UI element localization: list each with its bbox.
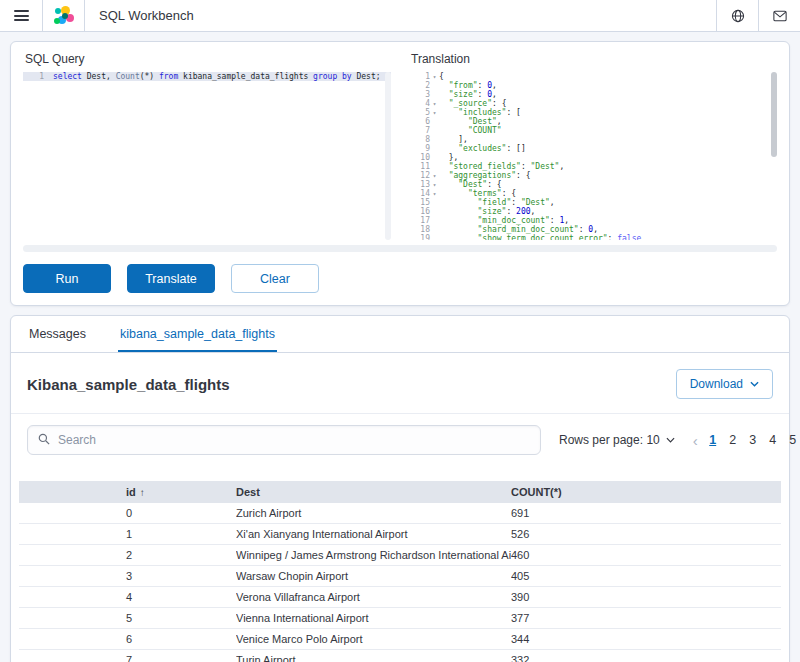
line-number-text: 1 xyxy=(23,72,44,81)
code-line: }, xyxy=(439,153,767,162)
run-button[interactable]: Run xyxy=(23,264,111,293)
table-row[interactable]: 6Venice Marco Polo Airport344 xyxy=(19,629,781,650)
sort-arrow-icon: ↑ xyxy=(140,487,145,498)
fold-arrow-icon[interactable]: ▾ xyxy=(430,189,439,198)
editor-line: 13▾ "Dest": { xyxy=(409,180,767,189)
fold-arrow-icon[interactable]: ▾ xyxy=(430,99,439,108)
logo-icon xyxy=(54,6,74,26)
results-panel: Messages kibana_sample_data_flights Kiba… xyxy=(10,315,790,662)
translation-scrollbar-thumb[interactable] xyxy=(771,72,777,157)
cell-id: 4 xyxy=(19,591,236,603)
column-header-count[interactable]: COUNT(*) xyxy=(511,486,781,498)
table-row[interactable]: 3Warsaw Chopin Airport405 xyxy=(19,566,781,587)
search-field[interactable] xyxy=(27,425,541,455)
code-token: , xyxy=(492,90,497,99)
line-gutter: 1▾ xyxy=(409,72,439,81)
table-row[interactable]: 4Verona Villafranca Airport390 xyxy=(19,587,781,608)
fold-spacer xyxy=(430,135,439,144)
fold-spacer xyxy=(430,162,439,171)
code-token: : { xyxy=(502,189,516,198)
fold-arrow-icon[interactable]: ▾ xyxy=(430,108,439,117)
query-scrollbar-track[interactable] xyxy=(385,72,391,240)
code-token: , xyxy=(559,162,564,171)
page-button[interactable]: 4 xyxy=(764,430,782,450)
code-line: "Dest": { xyxy=(439,180,767,189)
page-button[interactable]: 5 xyxy=(784,430,800,450)
editor-line: 4▾ "_source": { xyxy=(409,99,767,108)
code-token xyxy=(439,126,468,135)
tab-kibana-sample-data-flights[interactable]: kibana_sample_data_flights xyxy=(118,316,277,352)
horizontal-scrollbar-track[interactable] xyxy=(23,245,777,252)
fold-spacer xyxy=(430,81,439,90)
line-number-text: 16 xyxy=(409,207,430,216)
line-number-text: 6 xyxy=(409,117,430,126)
editor-line: 17 "min_doc_count": 1, xyxy=(409,216,767,225)
table-row[interactable]: 2Winnipeg / James Armstrong Richardson I… xyxy=(19,545,781,566)
translate-button[interactable]: Translate xyxy=(127,264,215,293)
column-header-id[interactable]: id↑ xyxy=(19,486,236,498)
code-token: : { xyxy=(492,99,506,108)
search-input[interactable] xyxy=(58,433,530,447)
line-gutter: 13▾ xyxy=(409,180,439,189)
line-number-text: 9 xyxy=(409,144,430,153)
code-token: "Dest" xyxy=(531,162,560,171)
cell-dest: Zurich Airport xyxy=(236,507,511,519)
line-number-text: 18 xyxy=(409,225,430,234)
line-number-text: 10 xyxy=(409,153,430,162)
table-row[interactable]: 5Vienna International Airport377 xyxy=(19,608,781,629)
cell-count: 332 xyxy=(511,654,781,662)
page-button[interactable]: 2 xyxy=(724,430,742,450)
code-token: 200 xyxy=(516,207,530,216)
cell-dest: Winnipeg / James Armstrong Richardson In… xyxy=(236,549,511,561)
line-gutter: 17 xyxy=(409,216,439,225)
translation-section: Translation 1▾{2 "from": 0,3 "size": 0,4… xyxy=(409,50,777,240)
rows-per-page-label: Rows per page: 10 xyxy=(559,433,660,447)
column-header-dest[interactable]: Dest xyxy=(236,486,511,498)
line-gutter: 10 xyxy=(409,153,439,162)
page-button[interactable]: 3 xyxy=(744,430,762,450)
tab-messages[interactable]: Messages xyxy=(27,316,88,352)
table-body: 0Zurich Airport6911Xi'an Xianyang Intern… xyxy=(19,503,781,662)
code-token xyxy=(439,207,478,216)
fold-spacer xyxy=(430,126,439,135)
code-token: , xyxy=(492,81,497,90)
editor-line: 8 ], xyxy=(409,135,767,144)
fold-arrow-icon[interactable]: ▾ xyxy=(430,72,439,81)
download-label: Download xyxy=(690,377,743,391)
code-line: "_source": { xyxy=(439,99,767,108)
code-line: "size": 0, xyxy=(439,90,767,99)
code-token xyxy=(439,108,458,117)
page-button[interactable]: 1 xyxy=(704,430,722,450)
line-gutter: 6 xyxy=(409,117,439,126)
globe-icon xyxy=(731,9,745,23)
fold-spacer xyxy=(430,153,439,162)
cell-dest: Warsaw Chopin Airport xyxy=(236,570,511,582)
menu-button[interactable] xyxy=(0,0,42,31)
sql-active-line[interactable]: 1 select Dest, Count(*) from kibana_samp… xyxy=(23,72,391,81)
query-code[interactable]: select Dest, Count(*) from kibana_sample… xyxy=(53,72,391,81)
fold-arrow-icon[interactable]: ▾ xyxy=(430,171,439,180)
rows-per-page-selector[interactable]: Rows per page: 10 xyxy=(559,433,675,447)
line-gutter: 3 xyxy=(409,90,439,99)
globe-button[interactable] xyxy=(716,0,758,31)
fold-spacer xyxy=(430,117,439,126)
table-row[interactable]: 0Zurich Airport691 xyxy=(19,503,781,524)
feedback-button[interactable] xyxy=(758,0,800,31)
clear-button[interactable]: Clear xyxy=(231,264,319,293)
code-token xyxy=(439,117,468,126)
line-number-text: 17 xyxy=(409,216,430,225)
app-logo[interactable] xyxy=(42,0,84,31)
code-token xyxy=(439,216,478,225)
fold-arrow-icon[interactable]: ▾ xyxy=(430,180,439,189)
previous-page-button[interactable]: ‹ xyxy=(689,432,702,449)
sql-query-editor[interactable]: 1 select Dest, Count(*) from kibana_samp… xyxy=(23,72,391,240)
cell-id: 1 xyxy=(19,528,236,540)
table-row[interactable]: 1Xi'an Xianyang International Airport526 xyxy=(19,524,781,545)
code-token: : xyxy=(550,216,560,225)
editor-line: 19 "show_term_doc_count_error": false xyxy=(409,234,767,240)
query-panel: SQL Query 1 select Dest, Count(*) from k… xyxy=(10,41,790,306)
table-row[interactable]: 7Turin Airport332 xyxy=(19,650,781,662)
translation-editor[interactable]: 1▾{2 "from": 0,3 "size": 0,4▾ "_source":… xyxy=(409,72,777,240)
download-button[interactable]: Download xyxy=(676,369,773,399)
code-token: ], xyxy=(439,135,468,144)
